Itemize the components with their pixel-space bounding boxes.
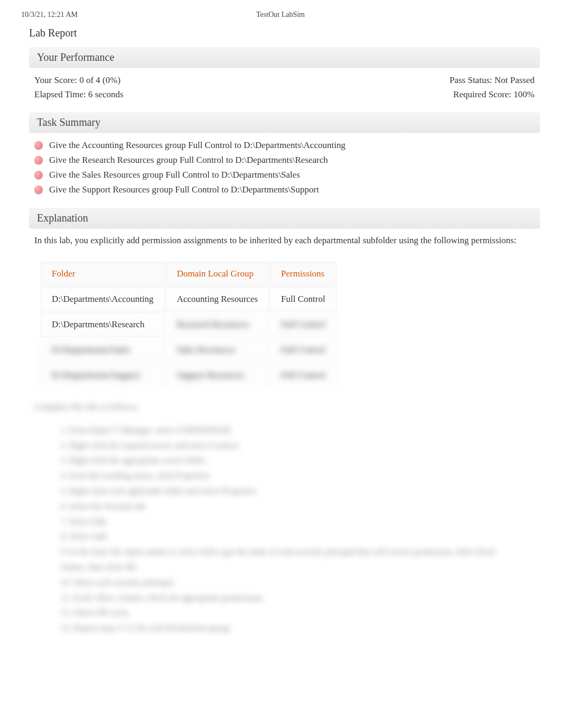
- cell-perm: Full Control: [270, 312, 336, 337]
- task-text: Give the Research Resources group Full C…: [49, 155, 328, 165]
- task-text: Give the Support Resources group Full Co…: [49, 185, 319, 195]
- task-list: Give the Accounting Resources group Full…: [29, 138, 540, 197]
- cell-group: Research Resources: [166, 312, 269, 337]
- fail-icon: [34, 156, 43, 164]
- col-group: Domain Local Group: [166, 262, 269, 286]
- explanation-heading: Explanation: [29, 208, 540, 228]
- explanation-section: Explanation In this lab, you explicitly …: [29, 208, 540, 641]
- cell-group: Support Resources: [166, 363, 269, 388]
- required-score-text: Required Score: 100%: [450, 87, 535, 102]
- task-summary-heading: Task Summary: [29, 112, 540, 133]
- blurred-paragraph: Complete this lab as follows:: [29, 397, 540, 418]
- fail-icon: [34, 186, 43, 194]
- cell-group: Accounting Resources: [166, 287, 269, 311]
- page-header: 10/3/21, 12:21 AM TestOut LabSim: [21, 11, 540, 19]
- table-row: D:\Departments\Research Research Resourc…: [41, 312, 336, 337]
- elapsed-text: Elapsed Time: 6 seconds: [34, 87, 124, 102]
- timestamp: 10/3/21, 12:21 AM: [21, 11, 78, 19]
- header-title: TestOut LabSim: [256, 11, 305, 19]
- score-text: Your Score: 0 of 4 (0%): [34, 73, 124, 87]
- cell-folder: D:\Departments\Research: [41, 312, 165, 337]
- cell-group: Sales Resources: [166, 338, 269, 362]
- performance-section: Your Performance Your Score: 0 of 4 (0%)…: [29, 47, 540, 102]
- col-folder: Folder: [41, 262, 165, 286]
- table-row: D:\Departments\Sales Sales Resources Ful…: [41, 338, 336, 362]
- fail-icon: [34, 171, 43, 179]
- cell-folder: D:\Departments\Support: [41, 363, 165, 388]
- task-item: Give the Research Resources group Full C…: [34, 153, 535, 168]
- table-row: D:\Departments\Support Support Resources…: [41, 363, 336, 388]
- task-item: Give the Support Resources group Full Co…: [34, 182, 535, 197]
- col-permissions: Permissions: [270, 262, 336, 286]
- table-row: D:\Departments\Accounting Accounting Res…: [41, 287, 336, 311]
- fail-icon: [34, 141, 43, 150]
- task-item: Give the Accounting Resources group Full…: [34, 138, 535, 153]
- performance-heading: Your Performance: [29, 47, 540, 68]
- explanation-intro: In this lab, you explicitly add permissi…: [29, 234, 540, 255]
- cell-perm: Full Control: [270, 338, 336, 362]
- task-item: Give the Sales Resources group Full Cont…: [34, 168, 535, 182]
- cell-folder: D:\Departments\Sales: [41, 338, 165, 362]
- task-text: Give the Sales Resources group Full Cont…: [49, 170, 300, 180]
- pass-status-text: Pass Status: Not Passed: [450, 73, 535, 87]
- task-text: Give the Accounting Resources group Full…: [49, 140, 345, 151]
- cell-perm: Full Control: [270, 287, 336, 311]
- report-title: Lab Report: [29, 27, 540, 39]
- cell-perm: Full Control: [270, 363, 336, 388]
- cell-folder: D:\Departments\Accounting: [41, 287, 165, 311]
- task-summary-section: Task Summary Give the Accounting Resourc…: [29, 112, 540, 197]
- permissions-table: Folder Domain Local Group Permissions D:…: [40, 261, 338, 389]
- blurred-steps: 1. From Hyper-V Manager, select CORPSERV…: [29, 418, 540, 641]
